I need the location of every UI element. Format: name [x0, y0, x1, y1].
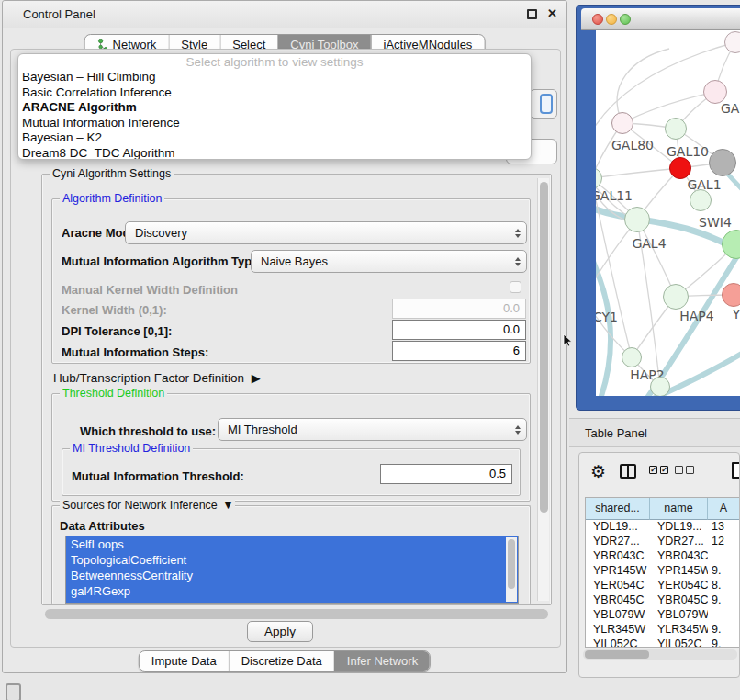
table-header-row: shared... name A	[586, 498, 740, 520]
attribute-item-partial[interactable]	[66, 599, 518, 604]
control-panel-window: Control Panel ✕ Network Style Select Cyn…	[2, 0, 567, 673]
combo-focus-button	[540, 94, 553, 114]
table-row[interactable]: YIL052CYIL052C9.	[586, 638, 740, 648]
table-horizontal-scrollbar[interactable]	[583, 649, 737, 660]
table-cell: YDL19...	[586, 520, 650, 535]
table-cell: 9.	[708, 638, 740, 648]
network-node[interactable]	[724, 31, 740, 53]
inference-algorithm-combo-fragment[interactable]	[530, 89, 557, 119]
table-row[interactable]: YPR145WYPR145W9.	[586, 564, 740, 579]
attribute-item[interactable]: gal4RGexp	[66, 583, 518, 599]
network-canvas[interactable]: GALGAL80GAL10GAL1GAL11SWI4GAL4GCY1HAP4YH…	[596, 30, 740, 396]
dpi-tolerance-field[interactable]: 0.0	[392, 320, 526, 340]
table-cell	[708, 549, 740, 564]
network-window-titlebar	[581, 8, 740, 30]
node-label: Y	[733, 307, 740, 322]
dpi-tolerance-label: DPI Tolerance [0,1]:	[62, 324, 172, 338]
algorithm-option[interactable]: Dream8 DC_TDC Algorithm	[18, 146, 531, 161]
expanded-arrow-icon: ▼	[222, 499, 233, 512]
node-label: GCY1	[596, 310, 618, 324]
table-cell: YBR043C	[586, 549, 650, 564]
mi-steps-field[interactable]: 6	[392, 341, 526, 361]
table-row[interactable]: YDR27...YDR27...12	[586, 535, 740, 549]
close-icon[interactable]: ✕	[547, 6, 557, 20]
new-table-icon[interactable]	[732, 462, 740, 479]
table-cell: YBL079W	[650, 608, 708, 623]
table-row[interactable]: YBR043CYBR043C	[586, 549, 740, 564]
table-cell: YDR27...	[650, 535, 708, 549]
network-node[interactable]	[665, 118, 687, 140]
kernel-width-label: Kernel Width (0,1):	[62, 303, 167, 317]
network-node[interactable]	[669, 157, 691, 179]
zoom-window-icon[interactable]	[620, 14, 631, 25]
combo-stepper-icon	[515, 425, 521, 435]
table-row[interactable]: YLR345WYLR345W9.	[586, 623, 740, 638]
kernel-width-field[interactable]: 0.0	[392, 299, 526, 319]
close-window-icon[interactable]	[592, 14, 603, 25]
column-header-shared-name[interactable]: shared...	[586, 498, 650, 520]
which-threshold-label: Which threshold to use:	[80, 424, 216, 438]
aracne-mode-select[interactable]: Discovery	[125, 221, 527, 244]
attribute-item[interactable]: SelfLoops	[66, 536, 518, 552]
tab-discretize-data[interactable]: Discretize Data	[229, 651, 334, 671]
table-cell: YER054C	[586, 579, 650, 593]
settings-horizontal-scrollbar[interactable]	[45, 609, 548, 619]
sources-group-title[interactable]: Sources for Network Inference ▼	[60, 499, 235, 513]
control-panel-titlebar: Control Panel ✕	[3, 1, 566, 28]
gear-icon[interactable]: ⚙	[590, 461, 606, 482]
algorithm-option[interactable]: Mutual Information Inference	[18, 116, 531, 131]
attribute-item[interactable]: TopologicalCoefficient	[66, 552, 518, 568]
tab-infer-network[interactable]: Infer Network	[334, 651, 430, 671]
deselect-all-columns-icon[interactable]	[675, 466, 694, 474]
table-row[interactable]: YBR045CYBR045C9.	[586, 593, 740, 608]
table-row[interactable]: YBL079WYBL079W	[586, 608, 740, 623]
data-attributes-list[interactable]: SelfLoopsTopologicalCoefficientBetweenne…	[65, 536, 519, 604]
network-node[interactable]	[663, 284, 689, 310]
attribute-item[interactable]: BetweennessCentrality	[66, 568, 518, 583]
node-label: GAL80	[611, 138, 654, 152]
data-attributes-label: Data Attributes	[60, 519, 145, 533]
network-node[interactable]	[690, 189, 712, 211]
manual-kernel-width-checkbox[interactable]	[510, 281, 521, 293]
table-cell: YPR145W	[650, 564, 708, 579]
table-cell: 12	[708, 535, 740, 549]
hub-definition-toggle[interactable]: Hub/Transcription Factor Definition ▶	[53, 371, 257, 385]
network-node[interactable]	[622, 347, 642, 367]
algorithm-option[interactable]: Bayesian – Hill Climbing	[18, 70, 531, 85]
algorithm-option[interactable]: Basic Correlation Inference	[18, 85, 531, 101]
network-node[interactable]	[624, 207, 650, 232]
network-node[interactable]	[709, 149, 736, 176]
cyni-algorithm-settings-group: Cyni Algorithm Settings Algorithm Defini…	[41, 174, 552, 605]
columns-icon[interactable]	[620, 464, 636, 479]
network-node[interactable]	[611, 112, 633, 134]
table-cell	[708, 608, 740, 623]
minimized-panel-icon[interactable]	[6, 683, 21, 700]
tab-impute-data[interactable]: Impute Data	[140, 651, 229, 671]
algorithm-option[interactable]: ARACNE Algorithm	[18, 100, 531, 116]
algorithm-option[interactable]: Bayesian – K2	[18, 130, 531, 146]
minimize-window-icon[interactable]	[606, 14, 617, 25]
apply-button[interactable]: Apply	[247, 621, 313, 642]
algorithm-definition-group: Algorithm Definition Aracne Mode: Discov…	[51, 198, 531, 364]
column-header-name[interactable]: name	[650, 498, 708, 520]
settings-group-title: Cyni Algorithm Settings	[50, 167, 174, 181]
network-node[interactable]	[722, 283, 740, 307]
combo-stepper-icon	[515, 229, 521, 238]
select-all-columns-icon[interactable]: ✓ ✓	[649, 466, 668, 474]
mi-threshold-field[interactable]: 0.5	[380, 464, 512, 484]
table-row[interactable]: YDL19...YDL19...13	[586, 520, 740, 535]
attributes-scrollbar[interactable]	[506, 537, 517, 602]
which-threshold-select[interactable]: MI Threshold	[218, 418, 527, 441]
float-panel-icon[interactable]	[527, 9, 537, 19]
algorithm-dropdown-popup: Select algorithm to view settings Bayesi…	[17, 53, 532, 160]
mi-threshold-group: MI Threshold Definition Mutual Informati…	[62, 448, 521, 496]
node-table[interactable]: shared... name A YDL19...YDL19...13YDR27…	[585, 497, 740, 648]
node-label: HAP4	[679, 309, 713, 323]
column-header-partial[interactable]: A	[708, 498, 740, 520]
table-row[interactable]: YER054CYER054C8.	[586, 579, 740, 593]
settings-scrollbar[interactable]	[537, 178, 549, 601]
network-node[interactable]	[650, 377, 670, 396]
mi-algorithm-type-select[interactable]: Naive Bayes	[251, 250, 527, 273]
node-label: GAL4	[632, 236, 666, 251]
table-cell: 9.	[708, 564, 740, 579]
